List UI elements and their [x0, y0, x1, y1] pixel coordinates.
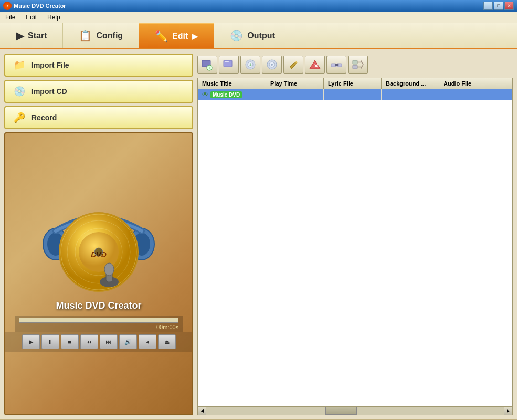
add-track-icon: + +	[201, 58, 214, 71]
edit-icon: ✏️	[155, 30, 168, 43]
shuffle-icon	[352, 58, 364, 71]
import-cd-button[interactable]: 💿 Import CD	[4, 80, 193, 103]
import-file-label: Import File	[31, 61, 69, 69]
prev-button[interactable]: ⏮	[80, 334, 98, 349]
svg-point-10	[94, 248, 103, 256]
volume-up-button[interactable]: 🔊	[119, 334, 137, 349]
row-lyric-file	[324, 89, 382, 100]
main-content: 📁 Import File 💿 Import CD 🔑 Record	[0, 49, 517, 419]
menu-edit[interactable]: Edit	[24, 13, 39, 22]
col-music-title: Music Title	[198, 78, 266, 89]
col-background: Background ...	[382, 78, 439, 89]
svg-text:+: +	[208, 66, 211, 70]
eject-button[interactable]: ⏏	[158, 334, 176, 349]
tab-edit-label: Edit	[172, 32, 188, 41]
progress-track[interactable]	[19, 318, 178, 323]
config-icon: 📋	[79, 29, 92, 42]
dvd-artwork: DVD	[41, 197, 156, 299]
pause-button[interactable]: ⏸	[41, 334, 59, 349]
tab-start[interactable]: ▶ Start	[0, 23, 63, 48]
tab-config-label: Config	[96, 31, 123, 40]
table-body: 👁 Music DVD	[198, 89, 512, 406]
import-cd-label: Import CD	[31, 87, 67, 96]
play-button[interactable]: ▶	[22, 334, 40, 349]
music-dvd-badge: Music DVD	[210, 91, 242, 98]
svg-rect-19	[225, 61, 229, 62]
svg-text:✕: ✕	[314, 63, 318, 69]
tab-output-label: Output	[247, 31, 275, 40]
add-file-button[interactable]: +	[240, 56, 260, 74]
tab-edit[interactable]: ✏️ Edit ▶	[139, 23, 214, 48]
svg-point-13	[104, 263, 114, 276]
preview-title: Music DVD Creator	[56, 300, 141, 311]
close-button[interactable]: ✕	[504, 2, 514, 10]
menu-help[interactable]: Help	[45, 13, 62, 22]
shuffle-button[interactable]	[348, 56, 368, 74]
row-audio-file	[439, 89, 512, 100]
col-audio-file: Audio File	[439, 78, 512, 89]
stop-button[interactable]: ■	[61, 334, 79, 349]
right-panel: + + +	[197, 54, 513, 415]
svg-rect-18	[224, 60, 232, 67]
record-label: Record	[31, 113, 57, 122]
track-table: Music Title Play Time Lyric File Backgro…	[197, 78, 513, 415]
tab-config[interactable]: 📋 Config	[63, 23, 139, 48]
volume-down-button[interactable]: ◂	[139, 334, 156, 349]
start-icon: ▶	[16, 29, 24, 42]
scroll-left-button[interactable]: ◀	[198, 407, 206, 415]
horizontal-scrollbar[interactable]: ◀ ▶	[198, 406, 512, 415]
left-panel: 📁 Import File 💿 Import CD 🔑 Record	[4, 54, 193, 415]
table-header: Music Title Play Time Lyric File Backgro…	[198, 78, 512, 89]
import-file-button[interactable]: 📁 Import File	[4, 54, 193, 77]
tab-output[interactable]: 💿 Output	[214, 23, 291, 48]
table-row[interactable]: 👁 Music DVD	[198, 89, 512, 100]
preview-box: DVD	[4, 132, 193, 415]
menu-bar: File Edit Help	[0, 12, 517, 23]
svg-rect-32	[353, 65, 357, 69]
toolbar: + + +	[197, 54, 513, 76]
title-controls: ─ □ ✕	[483, 2, 514, 10]
add-chapter-button[interactable]	[219, 56, 239, 74]
scroll-right-button[interactable]: ▶	[504, 407, 512, 415]
import-file-icon: 📁	[12, 58, 27, 72]
edit-arrow-icon: ▶	[192, 32, 198, 40]
edit-icon	[287, 58, 300, 71]
progress-area: 00m:00s	[15, 316, 183, 332]
col-play-time: Play Time	[266, 78, 324, 89]
title-bar-left: ♪ Music DVD Creator	[3, 2, 66, 10]
edit-button[interactable]	[283, 56, 303, 74]
nav-tabs: ▶ Start 📋 Config ✏️ Edit ▶ 💿 Output	[0, 23, 517, 49]
maximize-button[interactable]: □	[494, 2, 503, 10]
row-background	[382, 89, 439, 100]
scroll-thumb[interactable]	[325, 407, 357, 415]
move-button[interactable]: ⇄	[326, 56, 346, 74]
import-cd-icon: 💿	[12, 84, 27, 99]
record-icon: 🔑	[12, 110, 27, 125]
add-file-icon: +	[244, 58, 257, 71]
add-chapter-icon	[223, 58, 235, 71]
next-button[interactable]: ⏭	[100, 334, 118, 349]
row-music-title: 👁 Music DVD	[198, 89, 266, 100]
minimize-button[interactable]: ─	[483, 2, 493, 10]
visibility-icon: 👁	[202, 91, 208, 98]
svg-text:⇄: ⇄	[335, 62, 339, 67]
move-icon: ⇄	[330, 58, 343, 71]
col-lyric-file: Lyric File	[324, 78, 382, 89]
svg-rect-31	[353, 60, 357, 64]
properties-button[interactable]	[262, 56, 282, 74]
scroll-track[interactable]	[206, 407, 504, 415]
delete-icon: ✕	[309, 58, 321, 71]
svg-point-25	[271, 64, 273, 66]
svg-text:+: +	[249, 62, 252, 68]
artwork-container: DVD	[41, 195, 156, 300]
empty-space	[198, 100, 512, 268]
menu-file[interactable]: File	[3, 13, 17, 22]
add-track-button[interactable]: + +	[197, 56, 217, 74]
progress-time: 00m:00s	[19, 324, 178, 330]
delete-button[interactable]: ✕	[305, 56, 325, 74]
properties-icon	[266, 58, 278, 71]
record-button[interactable]: 🔑 Record	[4, 106, 193, 129]
output-icon: 💿	[230, 29, 243, 42]
app-icon: ♪	[3, 2, 12, 10]
window-title: Music DVD Creator	[14, 3, 66, 9]
